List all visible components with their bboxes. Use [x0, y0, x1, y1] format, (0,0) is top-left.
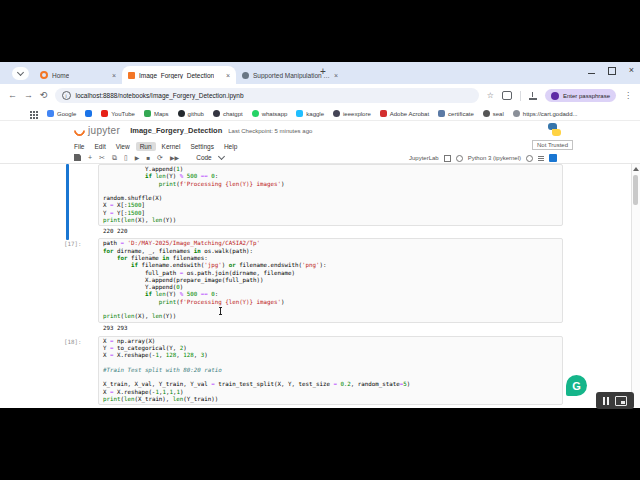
notification-icon[interactable] — [549, 154, 557, 162]
cell-output: 220 220 — [98, 228, 574, 235]
notebook-scrollbar[interactable] — [631, 164, 640, 408]
jupyterlab-link[interactable]: JupyterLab — [409, 155, 439, 161]
bookmark-github[interactable]: github — [178, 110, 204, 117]
picture-in-picture-icon[interactable] — [615, 396, 627, 406]
bookmark-youtube[interactable]: YouTube — [101, 110, 135, 117]
adobe-icon — [380, 110, 387, 117]
save-icon[interactable] — [74, 154, 81, 161]
stop-kernel-icon[interactable]: ■ — [146, 155, 150, 161]
url-text: localhost:8888/notebooks/Image_Forgery_D… — [76, 92, 244, 99]
close-button[interactable]: × — [629, 66, 634, 75]
apps-grid-icon[interactable] — [30, 111, 32, 113]
execution-count — [64, 164, 98, 226]
forward-icon[interactable]: → — [24, 91, 33, 100]
checkpoint-status: Last Checkpoint: 5 minutes ago — [228, 128, 312, 134]
menu-run[interactable]: Run — [136, 142, 156, 151]
tab-close-icon[interactable]: × — [334, 72, 338, 79]
menu-edit[interactable]: Edit — [94, 143, 105, 150]
tab-label: Supported Manipulation Types — [253, 72, 330, 79]
execution-count: [18]: — [64, 336, 98, 406]
tab-search-button[interactable] — [12, 67, 29, 80]
tab-image-forgery-detection[interactable]: Image_Forgery_Detection× — [122, 66, 236, 84]
bookmark-kaggle[interactable]: kaggle — [296, 110, 324, 117]
browser-window: Home×Image_Forgery_Detection×Supported M… — [0, 62, 640, 408]
menu-view[interactable]: View — [116, 143, 130, 150]
youtube-icon — [101, 110, 108, 117]
cell-input[interactable]: Y.append(1) if len(Y) % 500 == 0: print(… — [98, 164, 563, 226]
bookmarks-bar: GoogleYouTubeMapsgithubchatgptwhatsappka… — [0, 107, 640, 121]
video-controls-overlay[interactable] — [596, 392, 634, 409]
menu-settings[interactable]: Settings — [190, 143, 214, 150]
seal-icon — [483, 110, 490, 117]
blue-badge-icon — [85, 110, 92, 117]
tab-label: Image_Forgery_Detection — [139, 72, 214, 79]
bookmark-chatgpt[interactable]: chatgpt — [213, 110, 243, 117]
bookmark-maps[interactable]: Maps — [144, 110, 169, 117]
pause-icon[interactable] — [603, 397, 609, 405]
bookmark-label: YouTube — [111, 111, 135, 117]
jupyter-logo-text: jupyter — [88, 125, 120, 136]
browser-menu-icon[interactable]: ⋮ — [624, 91, 632, 100]
code-cell: Y.append(1) if len(Y) % 500 == 0: print(… — [64, 164, 574, 226]
passphrase-key-icon — [551, 92, 559, 100]
site-info-icon[interactable]: i — [62, 91, 71, 100]
bookmark-adobe-acrobat[interactable]: Adobe Acrobat — [380, 110, 429, 117]
enter-passphrase-button[interactable]: Enter passphrase — [545, 89, 616, 102]
restart-kernel-icon[interactable]: ⟳ — [157, 154, 163, 161]
back-icon[interactable]: ← — [8, 91, 17, 100]
tab-close-icon[interactable]: × — [226, 72, 230, 79]
scrollbar-thumb[interactable] — [633, 175, 638, 205]
new-tab-button[interactable]: + — [320, 67, 326, 77]
run-all-icon[interactable]: ▶▶ — [170, 154, 179, 161]
menu-help[interactable]: Help — [224, 143, 237, 150]
bookmark-label: Google — [57, 111, 76, 117]
bookmark-seal[interactable]: seal — [483, 110, 504, 117]
maximize-button[interactable] — [608, 67, 616, 75]
menu-lines-icon[interactable] — [538, 156, 544, 157]
jupyter-toolbar: + ✂ ⧉ ▯ ▶ ■ ⟳ ▶▶ Code JupyterLab Python … — [0, 152, 640, 164]
code-cell: [17]:path = 'D:/MAY-2025/Image_Matching/… — [64, 238, 574, 322]
cell-input[interactable]: X = np.array(X)Y = to_categorical(Y, 2)X… — [98, 336, 563, 406]
minimize-button[interactable] — [588, 73, 595, 74]
bookmark-star-icon[interactable]: ☆ — [487, 91, 494, 100]
url-input[interactable]: i localhost:8888/notebooks/Image_Forgery… — [55, 88, 479, 103]
kernel-name[interactable]: Python 3 (ipykernel) — [468, 155, 521, 161]
cut-cell-icon[interactable]: ✂ — [99, 154, 105, 161]
cell-type-dropdown[interactable]: Code — [196, 154, 212, 161]
grammarly-icon[interactable]: G — [566, 375, 587, 396]
run-cell-icon[interactable]: ▶ — [135, 154, 140, 161]
code-cell: [18]:X = np.array(X)Y = to_categorical(Y… — [64, 336, 574, 406]
bookmark-https-cart-godadd-[interactable]: https://cart.godadd... — [513, 110, 578, 117]
tab-home[interactable]: Home× — [34, 66, 122, 84]
add-cell-icon[interactable]: + — [88, 154, 92, 161]
reload-icon[interactable]: ⟲ — [40, 91, 48, 100]
maps-icon — [144, 110, 151, 117]
bookmark-whatsapp[interactable]: whatsapp — [252, 110, 288, 117]
kernel-refresh-icon[interactable] — [456, 155, 463, 162]
bookmark-label: chatgpt — [223, 111, 243, 117]
passphrase-label: Enter passphrase — [563, 93, 610, 99]
menu-file[interactable]: File — [74, 143, 84, 150]
tab-close-icon[interactable]: × — [112, 72, 116, 79]
scroll-up-icon[interactable] — [633, 167, 639, 171]
jupyter-menubar: FileEditViewRunKernelSettingsHelpNot Tru… — [0, 140, 640, 152]
kernel-status-bar: JupyterLab Python 3 (ipykernel) — [409, 152, 557, 164]
tab-supported-manipulation-types[interactable]: Supported Manipulation Types× — [236, 66, 344, 84]
cell-input[interactable]: path = 'D:/MAY-2025/Image_Matching/CASIA… — [98, 238, 563, 322]
bookmark-google[interactable]: Google — [47, 110, 76, 117]
download-icon[interactable] — [529, 92, 537, 100]
menu-kernel[interactable]: Kernel — [162, 143, 181, 150]
trust-status-badge[interactable]: Not Trusted — [532, 140, 573, 150]
ieeexplore-icon — [333, 110, 340, 117]
bookmark-blue-badge[interactable] — [85, 110, 92, 117]
jupyter-header: jupyter Image_Forgery_Detection Last Che… — [0, 121, 640, 140]
copy-cell-icon[interactable]: ⧉ — [112, 154, 117, 161]
kaggle-icon — [296, 110, 303, 117]
external-link-icon — [444, 155, 451, 162]
notebook-area: Y.append(1) if len(Y) % 500 == 0: print(… — [0, 164, 640, 408]
bookmark-ieeexplore[interactable]: ieeexplore — [333, 110, 371, 117]
bookmark-certificate[interactable]: certificate — [438, 110, 474, 117]
side-panel-icon[interactable] — [502, 91, 512, 100]
notebook-title[interactable]: Image_Forgery_Detection — [130, 126, 222, 135]
paste-cell-icon[interactable]: ▯ — [124, 154, 128, 161]
